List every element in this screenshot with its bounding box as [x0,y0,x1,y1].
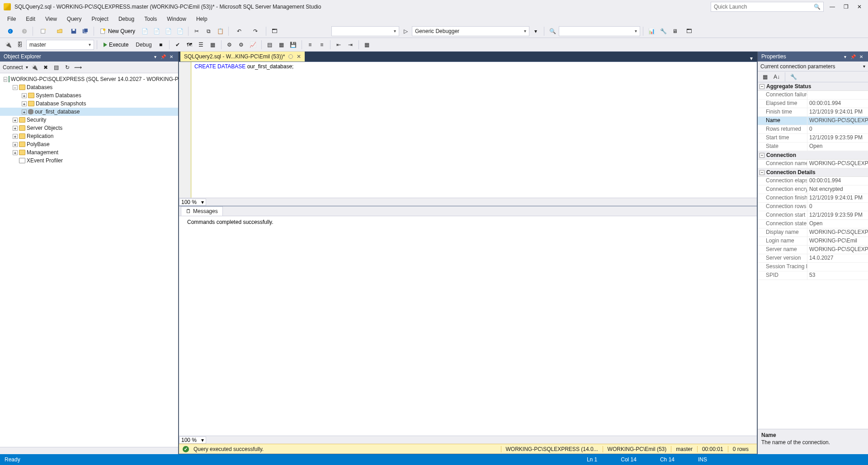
property-row[interactable]: Connection nameWORKING-PC\SQLEXPI [758,160,868,168]
property-row[interactable]: Login nameWORKING-PC\Emil [758,237,868,246]
uncomment-button[interactable]: ≡ [316,39,327,50]
categorized-button[interactable]: ▦ [760,71,770,82]
tree-databases-node[interactable]: −Databases [0,83,178,91]
object-explorer-tree[interactable]: −WORKING-PC\SQLEXPRESS (SQL Server 14.0.… [0,73,178,447]
property-category[interactable]: −Connection Details [758,168,868,177]
properties-subtitle[interactable]: Current connection parameters▾ [758,62,868,71]
results-grid-button[interactable]: ▦ [276,39,287,50]
menu-help[interactable]: Help [192,14,212,24]
tree-snapshots-node[interactable]: +Database Snapshots [0,100,178,108]
panel-dropdown-icon[interactable]: ▾ [842,53,848,60]
property-row[interactable]: Rows returned0 [758,125,868,134]
panel-dropdown-icon[interactable]: ▾ [152,53,158,60]
menu-query[interactable]: Query [62,14,86,24]
property-row[interactable]: Finish time12/1/2019 9:24:01 PM [758,108,868,117]
property-category[interactable]: −Connection [758,151,868,160]
analysis-xmla-button[interactable]: 📄 [175,26,185,37]
client-stats-button[interactable]: 📈 [248,39,259,50]
tree-our-database-node[interactable]: +our_first_database [0,108,178,116]
connect-label[interactable]: Connect [3,64,23,71]
new-query-button[interactable]: New Query [97,26,138,37]
menu-debug[interactable]: Debug [114,14,139,24]
property-row[interactable]: Connection stateOpen [758,220,868,228]
forward-button[interactable] [19,26,30,37]
alphabetical-button[interactable]: A↓ [771,71,782,82]
property-row[interactable]: Connection encrypNot encrypted [758,185,868,194]
tree-polybase-node[interactable]: +PolyBase [0,140,178,148]
save-all-button[interactable] [80,26,91,37]
tabstrip-menu-icon[interactable]: ▾ [747,55,755,62]
property-row[interactable]: Connection failures [758,91,868,100]
decrease-indent-button[interactable]: ⇤ [333,39,344,50]
tree-system-databases-node[interactable]: +System Databases [0,91,178,100]
change-connection-button[interactable]: 🔌 [3,39,14,50]
close-tab-icon[interactable]: ✕ [297,53,301,60]
properties-grid[interactable]: −Aggregate StatusConnection failuresElap… [758,82,868,429]
code-area[interactable]: CREATE DATABASE our_first_database; [192,62,757,198]
increase-indent-button[interactable]: ⇥ [345,39,356,50]
panel-pin-icon[interactable]: 📌 [850,53,856,60]
menu-file[interactable]: File [3,14,20,24]
menu-project[interactable]: Project [87,14,113,24]
results-file-button[interactable]: 💾 [288,39,299,50]
redo-button[interactable]: ↷ [248,26,263,37]
intellisense-button[interactable]: ▦ [208,39,218,50]
start-debug-button[interactable]: ▷ [400,26,411,37]
debug-dropdown-button[interactable]: ▾ [530,26,541,37]
find-button[interactable]: 🔍 [547,26,558,37]
tree-server-objects-node[interactable]: +Server Objects [0,124,178,132]
panel-pin-icon[interactable]: 📌 [160,53,166,60]
parse-button[interactable]: ✔ [172,39,183,50]
messages-tab[interactable]: 🗒 Messages [181,206,223,216]
solution-config-combo[interactable]: ▾ [331,26,399,36]
property-row[interactable]: Server nameWORKING-PC\SQLEXPI [758,246,868,254]
stop-icon[interactable]: ✖ [42,63,50,71]
properties-button[interactable]: 🗔 [269,26,280,37]
tree-server-node[interactable]: −WORKING-PC\SQLEXPRESS (SQL Server 14.0.… [0,75,178,83]
toolbox-button[interactable]: 🗔 [681,26,697,37]
display-plan-button[interactable]: 🗺 [184,39,195,50]
quick-launch-input[interactable]: Quick Launch 🔍 [711,2,824,12]
filter-icon[interactable]: ▤ [52,63,61,71]
find-combo[interactable]: ▾ [559,26,640,36]
object-explorer-scrollbar[interactable] [0,447,178,454]
tree-security-node[interactable]: +Security [0,116,178,124]
property-row[interactable]: Server version14.0.2027 [758,254,868,263]
execute-button[interactable]: Execute [100,39,132,50]
menu-edit[interactable]: Edit [21,14,40,24]
property-pages-button[interactable]: 🔧 [788,71,799,82]
pulse-icon[interactable]: ⟿ [74,63,82,71]
property-row[interactable]: StateOpen [758,142,868,151]
paste-button[interactable]: 📋 [215,26,226,37]
live-stats-button[interactable]: ⚙ [236,39,247,50]
query-options-button[interactable]: ☰ [196,39,207,50]
pin-icon[interactable] [288,54,293,59]
property-row[interactable]: Session Tracing ID [758,263,868,271]
property-row[interactable]: Display nameWORKING-PC\SQLEXPI [758,228,868,237]
property-category[interactable]: −Aggregate Status [758,82,868,91]
tree-xevent-node[interactable]: +XEvent Profiler [0,157,178,165]
editor-zoom-combo[interactable]: 100 %▾ [179,199,206,206]
property-row[interactable]: NameWORKING-PC\SQLEXPI [758,117,868,125]
property-row[interactable]: Elapsed time00:00:01.994 [758,100,868,108]
disconnect-icon[interactable]: 🔌 [31,63,39,71]
menu-view[interactable]: View [41,14,61,24]
property-row[interactable]: Connection finish t12/1/2019 9:24:01 PM [758,194,868,203]
include-plan-button[interactable]: ⚙ [224,39,235,50]
close-button[interactable]: ✕ [854,2,864,12]
property-row[interactable]: SPID53 [758,271,868,280]
panel-close-icon[interactable]: ✕ [168,53,175,60]
save-button[interactable] [68,26,79,37]
available-db-button[interactable]: 🗄 [14,39,25,50]
tree-replication-node[interactable]: +Replication [0,132,178,140]
new-project-button[interactable] [36,26,51,37]
undo-button[interactable]: ↶ [231,26,247,37]
debug-label[interactable]: Debug [133,42,154,48]
results-text-button[interactable]: ▤ [264,39,275,50]
specify-values-button[interactable]: ▦ [362,39,373,50]
registered-servers-button[interactable]: 🖥 [670,26,680,37]
panel-close-icon[interactable]: ✕ [858,53,864,60]
back-button[interactable] [3,26,18,37]
tree-management-node[interactable]: +Management [0,148,178,157]
property-row[interactable]: Connection rows re0 [758,203,868,211]
